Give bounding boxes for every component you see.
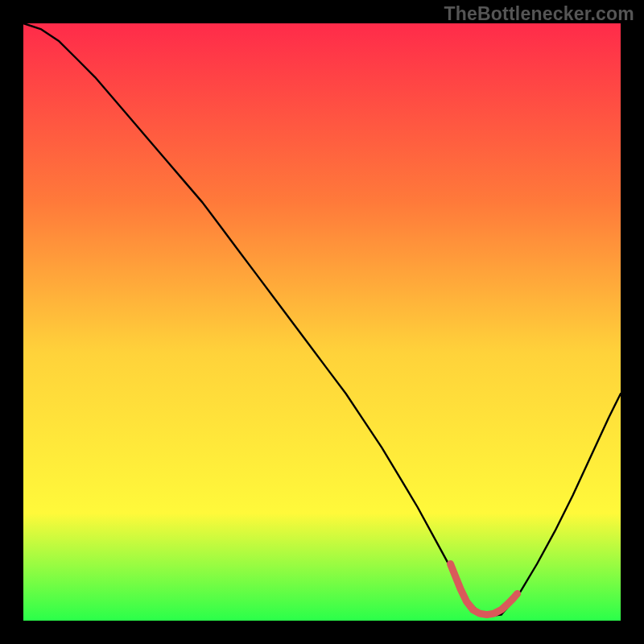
gradient-background xyxy=(23,23,621,621)
attribution-text: TheBottlenecker.com xyxy=(444,3,634,25)
chart-frame: TheBottlenecker.com xyxy=(0,0,644,644)
bottleneck-chart xyxy=(0,0,644,644)
